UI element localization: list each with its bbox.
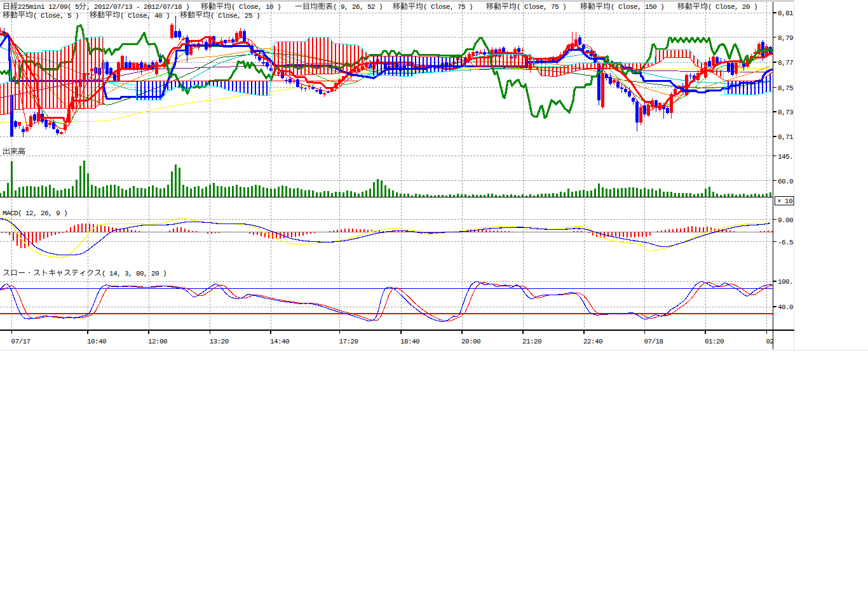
svg-text:225mini 12/09( 5: 225mini 12/09( 5 — [18, 3, 79, 11]
svg-text:17:20: 17:20 — [339, 338, 358, 345]
svg-text:8,79: 8,79 — [778, 34, 793, 42]
svg-text:12:00: 12:00 — [148, 338, 167, 345]
svg-text:( Close, 20 ): ( Close, 20 ) — [708, 3, 757, 11]
svg-text:07/18: 07/18 — [644, 338, 663, 345]
svg-text:( Close, 5 ): ( Close, 5 ) — [33, 12, 79, 20]
svg-text:( Close, 75 ): ( Close, 75 ) — [423, 3, 473, 11]
svg-text:20:00: 20:00 — [461, 338, 480, 345]
svg-text:× 10: × 10 — [777, 197, 792, 205]
svg-text:10:40: 10:40 — [87, 338, 106, 345]
svg-text:13:20: 13:20 — [210, 338, 229, 345]
svg-text:145.: 145. — [778, 153, 793, 161]
svg-text:8,81: 8,81 — [778, 10, 794, 17]
svg-text:100.: 100. — [778, 278, 793, 286]
svg-text:60.0: 60.0 — [778, 178, 793, 185]
svg-text:8,77: 8,77 — [778, 59, 793, 67]
svg-text:( 14, 3, 80, 20 ): ( 14, 3, 80, 20 ) — [102, 270, 166, 277]
svg-text:8,73: 8,73 — [778, 109, 793, 116]
svg-text:( Close, 150 ): ( Close, 150 ) — [611, 3, 664, 11]
svg-text:18:40: 18:40 — [400, 338, 419, 345]
svg-text:( 9, 26, 52 ): ( 9, 26, 52 ) — [333, 3, 383, 11]
svg-text:MACD( 12, 26, 9 ): MACD( 12, 26, 9 ) — [3, 210, 67, 217]
svg-text:9.00: 9.00 — [778, 217, 793, 224]
svg-text:, 2012/07/13 - 2012/07/18 ): , 2012/07/13 - 2012/07/18 ) — [86, 3, 189, 11]
svg-text:8,71: 8,71 — [778, 133, 794, 141]
svg-text:02: 02 — [766, 338, 774, 345]
svg-text:40.0: 40.0 — [778, 303, 793, 311]
svg-text:( Close, 75 ): ( Close, 75 ) — [517, 3, 566, 11]
svg-text:22:40: 22:40 — [583, 338, 602, 345]
svg-text:07/17: 07/17 — [11, 338, 31, 345]
svg-text:8,75: 8,75 — [778, 84, 793, 92]
svg-text:( Close, 25 ): ( Close, 25 ) — [210, 12, 260, 20]
svg-text:( Close, 40 ): ( Close, 40 ) — [120, 12, 170, 20]
svg-text:( Close, 10 ): ( Close, 10 ) — [231, 3, 281, 11]
svg-text:-6.5: -6.5 — [778, 239, 793, 246]
svg-text:21:20: 21:20 — [522, 338, 541, 345]
svg-text:14:40: 14:40 — [270, 338, 289, 345]
svg-text:01:20: 01:20 — [705, 338, 724, 345]
